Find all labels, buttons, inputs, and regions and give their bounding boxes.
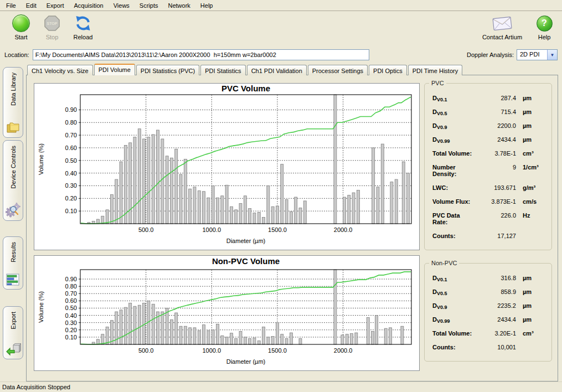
tab-pdi-time-history[interactable]: PDI Time History	[408, 65, 463, 75]
tab-ch1-velocity-vs-size[interactable]: Ch1 Velocity vs. Size	[27, 65, 93, 75]
svg-text:0.70: 0.70	[65, 132, 77, 138]
svg-text:0.30: 0.30	[65, 319, 77, 326]
stat-unit: µm	[516, 302, 544, 309]
stat-value: 3.20E-1	[474, 330, 516, 337]
menu-item-edit[interactable]: Edit	[21, 1, 42, 10]
stat-value: 193.671	[474, 184, 516, 191]
stat-value: 2200.0	[474, 122, 516, 129]
stat-unit: µm	[516, 95, 544, 101]
sidebar-tab-data-library[interactable]: Data Library	[3, 67, 23, 138]
svg-text:1500.0: 1500.0	[268, 226, 287, 233]
menu-item-scripts[interactable]: Scripts	[135, 1, 163, 10]
pvc-stats-groupbox: PVC DV0.1287.4µmDV0.5715.4µmDV0.92200.0µ…	[424, 83, 552, 250]
stat-label: DV0.5	[432, 288, 474, 295]
status-bar: Data Acquisition Stopped	[0, 381, 562, 392]
menu-item-file[interactable]: File	[1, 1, 21, 10]
stat-label: DV0.9	[432, 122, 474, 129]
sidebar-tab-label: Export	[10, 312, 17, 329]
contact-artium-label: Contact Artium	[479, 34, 525, 40]
stat-unit: µm	[516, 122, 544, 129]
start-button-label: Start	[6, 34, 37, 40]
stat-label: DV0.1	[432, 275, 474, 281]
stat-value: 9	[474, 164, 516, 171]
envelope-icon	[492, 15, 513, 32]
tab-ch1-pdi-validation[interactable]: Ch1 PDI Validation	[247, 65, 307, 75]
menu-item-help[interactable]: Help	[195, 1, 218, 10]
pvc-groupbox-legend: PVC	[429, 80, 446, 86]
menu-item-export[interactable]: Export	[42, 1, 69, 10]
chart-ylabel: Volume (%)	[38, 291, 44, 323]
stop-button-label: Stop	[37, 34, 68, 40]
green-arrow-box-icon	[6, 343, 21, 356]
stat-row: DV0.92200.0µm	[432, 122, 544, 129]
stat-label: LWC:	[432, 184, 474, 191]
stat-value: 10,001	[474, 344, 516, 350]
menu-item-network[interactable]: Network	[163, 1, 195, 10]
sidebar-tab-label: Device Controls	[10, 146, 17, 189]
non-pvc-volume-chart-panel: 500.01000.01500.02000.00.100.200.300.400…	[34, 255, 420, 371]
stat-row: LWC:193.671g/m³	[432, 184, 544, 191]
svg-text:0.80: 0.80	[65, 119, 77, 126]
stat-row: PVC Data Rate:226.0Hz	[432, 212, 544, 225]
folders-icon	[6, 121, 21, 135]
stat-value: 3.873E-1	[474, 198, 516, 205]
stat-value: 17,127	[474, 233, 516, 239]
doppler-analysis-value: 2D PDI	[517, 50, 547, 60]
doppler-analysis-label: Doppler Analysis:	[467, 51, 514, 58]
svg-text:0.50: 0.50	[65, 157, 77, 164]
svg-text:0.20: 0.20	[65, 327, 77, 333]
menu-item-acquisition[interactable]: Acquisition	[69, 1, 109, 10]
stat-unit: µm	[516, 288, 544, 295]
stat-row: Counts:10,001	[432, 344, 544, 350]
stat-value: 715.4	[474, 109, 516, 115]
location-input[interactable]	[33, 49, 369, 60]
stats-column: PVC DV0.1287.4µmDV0.5715.4µmDV0.92200.0µ…	[420, 83, 558, 381]
circular-arrows-icon	[74, 14, 92, 32]
chart-xlabel: Diameter (µm)	[226, 238, 266, 244]
stat-label: DV0.99	[432, 316, 474, 323]
menu-item-views[interactable]: Views	[109, 1, 135, 10]
sidebar-tab-device-controls[interactable]: Device Controls	[3, 140, 23, 221]
stat-label: PVC Data Rate:	[432, 212, 474, 225]
stat-value: 3.78E-1	[474, 150, 516, 157]
svg-text:1000.0: 1000.0	[202, 347, 221, 354]
help-button[interactable]: ? Help	[534, 14, 554, 40]
stat-value: 2235.2	[474, 302, 516, 309]
chevron-down-icon[interactable]: ▼	[547, 50, 557, 60]
doppler-analysis-select[interactable]: 2D PDI ▼	[517, 49, 558, 60]
pvc-stats-rows: DV0.1287.4µmDV0.5715.4µmDV0.92200.0µmDV0…	[432, 95, 544, 239]
stat-label: Number Density:	[432, 164, 474, 177]
pvc-volume-chart: 500.01000.01500.02000.00.100.200.300.400…	[34, 84, 419, 249]
tab-processor-settings[interactable]: Processor Settings	[308, 65, 368, 75]
stat-value: 316.8	[474, 275, 516, 281]
tab-pdi-statistics-pvc[interactable]: PDI Statistics (PVC)	[136, 65, 199, 75]
svg-text:2000.0: 2000.0	[334, 226, 353, 233]
stat-label: Counts:	[432, 344, 474, 350]
contact-artium-button[interactable]: Contact Artium	[479, 14, 525, 40]
sidebar-tab-results[interactable]: Results	[3, 236, 23, 290]
toolbar-right-group: Contact Artium ? Help	[479, 14, 554, 40]
svg-text:0.30: 0.30	[65, 182, 77, 189]
stat-row: Volume Flux:3.873E-1cm/s	[432, 198, 544, 205]
tab-pdi-volume[interactable]: PDI Volume	[94, 64, 135, 75]
location-row: Location: Doppler Analysis: 2D PDI ▼	[0, 48, 562, 63]
stat-value: 2434.4	[474, 136, 516, 143]
chart-title: Non-PVC Volume	[212, 256, 280, 266]
tab-pdi-statistics[interactable]: PDI Statistics	[200, 65, 245, 75]
stat-row: Total Volume:3.78E-1cm³	[432, 150, 544, 157]
stat-row: Number Density:91/cm³	[432, 164, 544, 177]
stat-unit: µm	[516, 136, 544, 143]
svg-text:1500.0: 1500.0	[268, 347, 287, 354]
stop-button: STOP Stop	[37, 14, 68, 40]
reload-button[interactable]: Reload	[68, 14, 99, 40]
svg-text:0.20: 0.20	[65, 195, 77, 202]
stat-value: 858.9	[474, 288, 516, 295]
sidebar-tab-export[interactable]: Export	[3, 306, 23, 359]
stat-row: DV0.92235.2µm	[432, 302, 544, 309]
start-button[interactable]: Start	[6, 14, 37, 40]
stat-row: Counts:17,127	[432, 233, 544, 239]
toolbar: Start STOP Stop Reload	[0, 11, 562, 48]
gears-magnifier-icon	[6, 202, 21, 218]
tab-pdi-optics[interactable]: PDI Optics	[369, 65, 407, 75]
reload-button-label: Reload	[68, 34, 99, 40]
